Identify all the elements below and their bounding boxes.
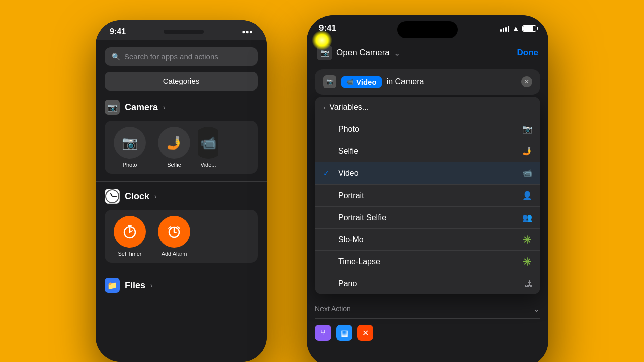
header-title: Open Camera [336, 48, 390, 58]
right-phone-content: 📷 📹 Video in Camera ✕ › [307, 65, 548, 362]
battery-icon [522, 25, 536, 32]
status-icons-right: ▲ [500, 24, 536, 32]
selfie-mode-icon: 🤳 [522, 146, 532, 156]
open-camera-header: 📷 Open Camera ⌄ [317, 45, 400, 60]
dropdown-pano-label: Pano [338, 279, 357, 288]
timer-label: Set Timer [118, 251, 141, 257]
video-mode-icon: 📹 [522, 168, 532, 178]
next-label-1: Next Action [315, 305, 351, 313]
signal-bar-2 [503, 28, 504, 32]
camera-selector-icon: 📷 [323, 75, 336, 88]
shortcuts-section: Next Action ⌄ ⑂ ▦ ✕ [315, 299, 540, 345]
wifi-icon: ▲ [512, 24, 519, 32]
video-label: Vide... [201, 162, 216, 168]
camera-section-header[interactable]: 📷 Camera › [105, 100, 258, 115]
dropdown-video-label: Video [338, 169, 359, 178]
camera-section: 📷 Camera › 📷 Photo [96, 100, 267, 181]
variables-row[interactable]: › Variables... [315, 97, 540, 118]
clock-action-timer[interactable]: Set Timer [110, 216, 150, 257]
camera-action-video[interactable]: 📹 Vide... [198, 127, 218, 168]
photo-icon: 📷 [122, 135, 138, 151]
close-video-button[interactable]: ✕ [521, 76, 532, 87]
search-icon: 🔍 [112, 53, 120, 61]
variables-label: Variables... [329, 103, 369, 112]
dropdown-slomo-left: Slo-Mo [323, 235, 364, 244]
dropdown-portrait-selfie[interactable]: Portrait Selfie 👥 [315, 207, 540, 229]
timer-svg [122, 224, 138, 240]
dropdown-photo[interactable]: Photo 📷 [315, 118, 540, 140]
status-icons-left: ●●● [242, 28, 253, 35]
shortcut-item-1[interactable]: Next Action ⌄ [315, 299, 540, 319]
dropdown-timelapse[interactable]: Time-Lapse ✳️ [315, 251, 540, 273]
video-camera-icon: 📹 [200, 135, 216, 151]
dropdown-timelapse-left: Time-Lapse [323, 257, 380, 266]
expand-chevron[interactable]: ⌄ [533, 303, 540, 314]
shortcut-icon-1: ⑂ [315, 325, 331, 341]
done-button[interactable]: Done [517, 48, 539, 58]
signal-bar-1 [500, 29, 502, 32]
camera-action-photo[interactable]: 📷 Photo [110, 127, 150, 168]
dropdown-selfie[interactable]: Selfie 🤳 [315, 140, 540, 162]
clock-chevron-icon: › [154, 192, 157, 200]
dropdown-portrait-left: Portrait [323, 191, 364, 200]
photo-icon-circle: 📷 [114, 127, 146, 159]
signal-bar-4 [508, 26, 509, 32]
photo-mode-icon: 📷 [522, 124, 532, 134]
camera-app-icon: 📷 [105, 100, 120, 115]
camera-actions-row: 📷 Photo 🤳 Selfie [105, 121, 258, 174]
selfie-label: Selfie [167, 162, 181, 168]
camera-section-title: Camera [125, 102, 158, 113]
battery-fill [523, 26, 533, 31]
dynamic-island [397, 21, 458, 38]
time-left: 9:41 [110, 27, 126, 36]
alarm-icon-circle [158, 216, 190, 248]
camera-action-selfie[interactable]: 🤳 Selfie [154, 127, 194, 168]
dropdown-slomo[interactable]: Slo-Mo ✳️ [315, 229, 540, 251]
status-bar-right-container: 9:41 ▲ [307, 15, 548, 42]
pano-mode-icon: 🏞 [524, 279, 532, 288]
slomo-mode-icon: ✳️ [522, 235, 532, 244]
clock-face [105, 189, 119, 203]
alarm-label: Add Alarm [162, 251, 187, 257]
dropdown-selfie-left: Selfie [323, 147, 358, 156]
video-tag-label: Video [356, 78, 377, 86]
clock-section-title: Clock [125, 191, 149, 202]
clock-actions-row: Set Timer [105, 210, 258, 263]
notch-left [164, 30, 204, 34]
files-section-title: Files [125, 280, 145, 291]
variables-chevron-icon: › [323, 104, 325, 111]
search-bar[interactable]: 🔍 Search for apps and actions [105, 47, 258, 66]
shortcut-icon-2: ▦ [336, 325, 352, 341]
search-placeholder: Search for apps and actions [124, 52, 218, 61]
shortcut-item-2[interactable]: ⑂ ▦ ✕ [315, 321, 540, 345]
clock-section-header[interactable]: Clock › [105, 189, 258, 204]
dropdown-video[interactable]: ✓ Video 📹 [315, 162, 540, 185]
signal-bar-3 [505, 27, 507, 32]
dropdown-portrait-selfie-left: Portrait Selfie [323, 213, 386, 222]
shortcut-icon-3: ✕ [357, 325, 373, 341]
divider-1 [96, 181, 267, 182]
dropdown-pano[interactable]: Pano 🏞 [315, 273, 540, 294]
dropdown-portrait-selfie-label: Portrait Selfie [338, 213, 386, 222]
portrait-mode-icon: 👤 [522, 191, 532, 200]
files-chevron-icon: › [150, 281, 153, 289]
svg-line-8 [169, 227, 171, 228]
dropdown-photo-left: Photo [323, 125, 359, 134]
files-section-header[interactable]: 📁 Files › [105, 278, 258, 293]
right-phone-header: 📷 Open Camera ⌄ Done [307, 42, 548, 65]
selfie-icon: 🤳 [166, 135, 182, 151]
dropdown-portrait[interactable]: Portrait 👤 [315, 185, 540, 207]
divider-2 [96, 270, 267, 270]
clock-action-alarm[interactable]: Add Alarm [154, 216, 194, 257]
svg-line-9 [178, 227, 180, 228]
categories-button[interactable]: Categories [105, 72, 258, 90]
signal-bars [500, 25, 509, 32]
video-tag: 📹 Video [341, 76, 382, 88]
left-phone-content: 🔍 Search for apps and actions Categories… [96, 40, 267, 362]
timer-icon-circle [114, 216, 146, 248]
portrait-selfie-mode-icon: 👥 [522, 213, 532, 222]
header-dropdown-chevron[interactable]: ⌄ [394, 48, 400, 58]
dropdown-photo-label: Photo [338, 125, 359, 134]
camera-mode-dropdown: › Variables... Photo 📷 [315, 97, 540, 294]
video-selector[interactable]: 📷 📹 Video in Camera ✕ [315, 69, 540, 95]
